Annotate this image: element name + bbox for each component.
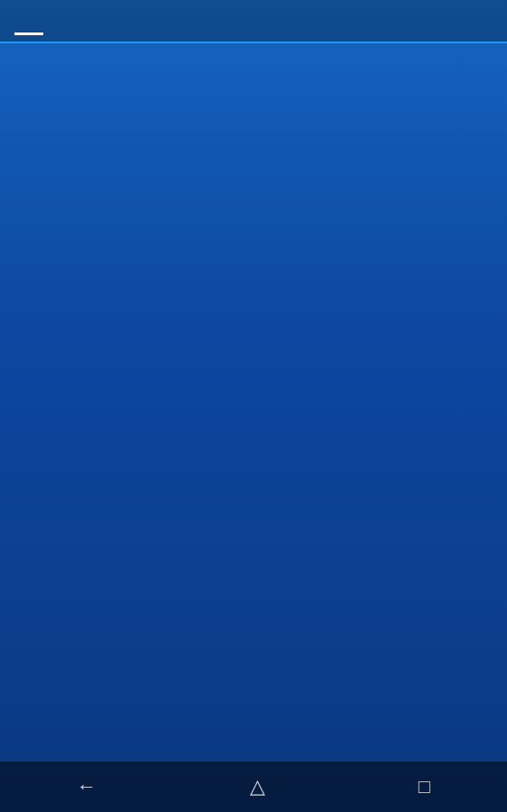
tab-apps[interactable] xyxy=(14,7,43,35)
recents-button[interactable]: □ xyxy=(419,775,430,798)
top-bar xyxy=(0,0,507,43)
app-grid xyxy=(0,43,507,761)
home-button[interactable]: △ xyxy=(250,775,265,798)
back-button[interactable]: ← xyxy=(77,775,97,798)
bottom-nav: ← △ □ xyxy=(0,761,507,812)
tab-widgets[interactable] xyxy=(43,8,72,33)
